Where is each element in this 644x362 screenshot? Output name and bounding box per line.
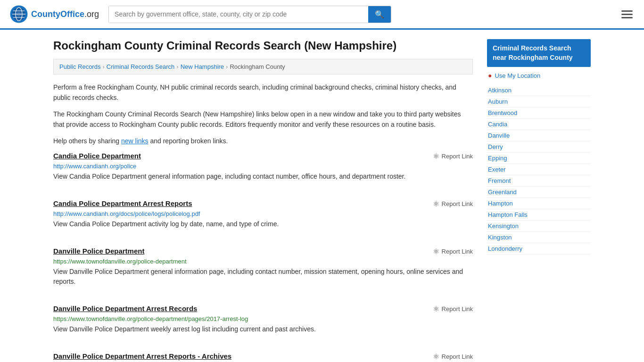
sidebar-header: Criminal Records Search near Rockingham …	[487, 39, 591, 67]
sidebar: Criminal Records Search near Rockingham …	[487, 39, 591, 362]
result-title[interactable]: Danville Police Department	[53, 247, 144, 255]
breadcrumb-current: Rockingham County	[230, 63, 285, 70]
logo-text: CountyOffice.org	[31, 9, 99, 19]
results-list: Candia Police Department ⚛ Report Link h…	[53, 152, 473, 362]
search-button[interactable]: 🔍	[368, 6, 391, 23]
hamburger-menu-button[interactable]	[619, 8, 635, 20]
sidebar-city-link[interactable]: Danville	[487, 130, 591, 141]
logo-icon	[9, 5, 28, 24]
breadcrumb-public-records[interactable]: Public Records	[59, 63, 100, 70]
result-item: Candia Police Department ⚛ Report Link h…	[53, 152, 473, 186]
report-link-button[interactable]: ⚛ Report Link	[433, 199, 473, 208]
result-item: Danville Police Department ⚛ Report Link…	[53, 247, 473, 291]
report-icon: ⚛	[433, 304, 439, 313]
sidebar-city-link[interactable]: Candia	[487, 119, 591, 130]
content-wrapper: Rockingham County Criminal Records Searc…	[39, 30, 605, 362]
report-icon: ⚛	[433, 352, 439, 361]
svg-point-6	[17, 12, 21, 16]
result-header: Candia Police Department Arrest Reports …	[53, 199, 473, 208]
result-item: Candia Police Department Arrest Reports …	[53, 199, 473, 234]
sidebar-city-link[interactable]: Derry	[487, 141, 591, 153]
search-input[interactable]	[109, 6, 368, 23]
sidebar-city-link[interactable]: Londonderry	[487, 243, 591, 255]
result-url[interactable]: http://www.candianh.org/police	[53, 163, 473, 170]
sidebar-city-link[interactable]: Auburn	[487, 96, 591, 107]
result-item: Danville Police Department Arrest Record…	[53, 304, 473, 339]
result-url[interactable]: https://www.townofdanville.org/police-de…	[53, 258, 473, 265]
site-header: CountyOffice.org 🔍	[0, 0, 644, 30]
location-pin-icon: ●	[488, 72, 492, 79]
hamburger-line-1	[621, 10, 633, 12]
sidebar-city-link[interactable]: Greenland	[487, 187, 591, 198]
report-icon: ⚛	[433, 247, 439, 256]
result-url[interactable]: https://www.townofdanville.org/police-de…	[53, 315, 473, 322]
result-desc: View Danville Police Department weekly a…	[53, 324, 473, 334]
sidebar-city-link[interactable]: Atkinson	[487, 85, 591, 96]
sidebar-city-link[interactable]: Brentwood	[487, 107, 591, 119]
report-icon: ⚛	[433, 152, 439, 161]
logo[interactable]: CountyOffice.org	[9, 5, 99, 24]
breadcrumb-sep-2: ›	[176, 63, 178, 70]
result-item: Danville Police Department Arrest Report…	[53, 352, 473, 362]
new-links-link[interactable]: new links	[121, 137, 149, 145]
hamburger-line-2	[621, 14, 633, 15]
sidebar-city-link[interactable]: Hampton	[487, 198, 591, 209]
use-location-label: Use My Location	[495, 72, 540, 79]
breadcrumb-new-hampshire[interactable]: New Hampshire	[181, 63, 224, 70]
result-header: Danville Police Department Arrest Report…	[53, 352, 473, 361]
hamburger-line-3	[621, 17, 633, 18]
sidebar-city-link[interactable]: Fremont	[487, 175, 591, 187]
report-link-button[interactable]: ⚛ Report Link	[433, 304, 473, 313]
sidebar-city-link[interactable]: Hampton Falls	[487, 209, 591, 221]
sidebar-city-link[interactable]: Kingston	[487, 232, 591, 243]
result-desc: View Candia Police Department activity l…	[53, 219, 473, 229]
breadcrumb-sep-3: ›	[226, 63, 228, 70]
result-title[interactable]: Candia Police Department	[53, 152, 141, 160]
sidebar-city-link[interactable]: Epping	[487, 153, 591, 164]
search-bar: 🔍	[108, 6, 391, 23]
result-title[interactable]: Danville Police Department Arrest Record…	[53, 304, 197, 313]
sidebar-city-link[interactable]: Kensington	[487, 221, 591, 232]
result-header: Danville Police Department ⚛ Report Link	[53, 247, 473, 256]
search-icon: 🔍	[375, 10, 384, 18]
help-text: Help others by sharing new links and rep…	[53, 136, 473, 146]
report-icon: ⚛	[433, 199, 439, 208]
main-content: Rockingham County Criminal Records Searc…	[53, 39, 473, 362]
result-desc: View Danville Police Department general …	[53, 267, 473, 287]
result-url[interactable]: http://www.candianh.org/docs/police/logs…	[53, 210, 473, 217]
result-title[interactable]: Candia Police Department Arrest Reports	[53, 199, 192, 207]
report-link-button[interactable]: ⚛ Report Link	[433, 152, 473, 161]
breadcrumb: Public Records › Criminal Records Search…	[53, 59, 473, 74]
result-header: Candia Police Department ⚛ Report Link	[53, 152, 473, 161]
description-2: The Rockingham County Criminal Records S…	[53, 109, 473, 130]
description-1: Perform a free Rockingham County, NH pub…	[53, 82, 473, 103]
sidebar-links: AtkinsonAuburnBrentwoodCandiaDanvilleDer…	[487, 85, 591, 255]
breadcrumb-sep-1: ›	[102, 63, 104, 70]
result-title[interactable]: Danville Police Department Arrest Report…	[53, 352, 231, 360]
result-header: Danville Police Department Arrest Record…	[53, 304, 473, 313]
sidebar-city-link[interactable]: Exeter	[487, 164, 591, 175]
breadcrumb-criminal-records[interactable]: Criminal Records Search	[107, 63, 175, 70]
use-my-location-button[interactable]: ● Use My Location	[487, 72, 591, 79]
report-link-button[interactable]: ⚛ Report Link	[433, 247, 473, 256]
report-link-button[interactable]: ⚛ Report Link	[433, 352, 473, 361]
page-title: Rockingham County Criminal Records Searc…	[53, 39, 473, 52]
result-desc: View Candia Police Department general in…	[53, 172, 473, 181]
